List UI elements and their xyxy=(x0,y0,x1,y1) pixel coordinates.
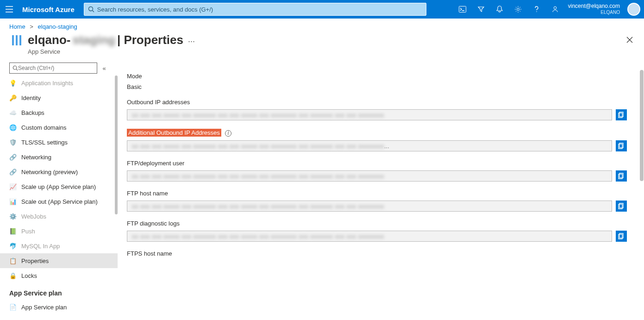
global-search[interactable] xyxy=(84,3,426,16)
svg-rect-6 xyxy=(12,35,14,45)
sidebar-item-backups[interactable]: ☁️Backups xyxy=(0,105,118,120)
readonly-value[interactable]: xx xxx xxx xxxxx xxx xxxxxxx xxx xxx xxx… xyxy=(127,201,612,212)
cloud-shell-button[interactable] xyxy=(453,0,472,19)
page-title-suffix: | Properties xyxy=(117,33,183,47)
copy-button[interactable] xyxy=(616,201,627,212)
account-email: vincent@elqano.com xyxy=(568,3,620,9)
close-button[interactable] xyxy=(625,33,635,47)
sidebar-item-icon: 🐬 xyxy=(9,242,17,250)
svg-line-1 xyxy=(92,11,94,13)
sidebar-menu: 💡Application Insights🔑Identity☁️Backups🌐… xyxy=(0,75,118,320)
field-row: xx xxx xxx xxxxx xxx xxxxxxx xxx xxx xxx… xyxy=(127,231,627,242)
breadcrumb-home[interactable]: Home xyxy=(9,23,25,30)
hamburger-menu[interactable] xyxy=(0,0,19,19)
search-icon xyxy=(88,6,94,13)
sidebar-item-scale-out-app-service-plan-[interactable]: 📊Scale out (App Service plan) xyxy=(0,194,118,209)
hamburger-icon xyxy=(6,6,13,13)
sidebar-scrollbar[interactable] xyxy=(114,75,118,320)
field-label: FTP diagnostic logs xyxy=(127,220,627,227)
notifications-button[interactable] xyxy=(490,0,509,19)
sidebar: « 💡Application Insights🔑Identity☁️Backup… xyxy=(0,61,118,320)
field-label: Outbound IP addresses xyxy=(127,99,627,106)
sidebar-item-icon: 💡 xyxy=(9,79,17,87)
sidebar-item-label: Scale up (App Service plan) xyxy=(21,183,96,190)
field-row: xx xxx xxx xxxxx xxx xxxxxxx xxx xxx xxx… xyxy=(127,170,627,182)
sidebar-item-label: TLS/SSL settings xyxy=(21,139,68,146)
sidebar-item-label: MySQL In App xyxy=(21,243,60,250)
copy-button[interactable] xyxy=(616,140,627,151)
sidebar-item-label: App Service plan xyxy=(21,304,67,311)
field-row: xx xxx xxx xxxxx xxx xxxxxxx xxx xxx xxx… xyxy=(127,201,627,212)
sidebar-search[interactable] xyxy=(9,63,97,74)
sidebar-item-properties[interactable]: 📋Properties xyxy=(0,253,118,268)
readonly-value[interactable]: xx xxx xxx xxxxx xxx xxxxxxx xxx xxx xxx… xyxy=(127,109,612,120)
avatar[interactable] xyxy=(627,3,640,16)
sidebar-item-push[interactable]: 📗Push xyxy=(0,224,118,238)
sidebar-item-icon: 🔗 xyxy=(9,153,17,161)
sidebar-item-webjobs[interactable]: ⚙️WebJobs xyxy=(0,209,118,224)
sidebar-item-app-service-plan[interactable]: 📄App Service plan xyxy=(0,300,118,314)
field-label: FTP host name xyxy=(127,190,627,197)
global-search-wrap xyxy=(84,3,426,16)
sidebar-item-application-insights[interactable]: 💡Application Insights xyxy=(0,75,118,90)
settings-button[interactable] xyxy=(509,0,527,19)
directory-filter-button[interactable] xyxy=(472,0,490,19)
readonly-value[interactable]: xx xxx xxx xxxxx xxx xxxxxxx xxx xxx xxx… xyxy=(127,140,612,151)
scrollbar-thumb[interactable] xyxy=(640,70,644,181)
copy-button[interactable] xyxy=(616,170,627,182)
content: Mode Basic Outbound IP addressesxx xxx x… xyxy=(118,61,644,320)
sidebar-item-label: Application Insights xyxy=(21,80,73,87)
breadcrumb-current[interactable]: elqano-staging xyxy=(38,23,77,30)
sidebar-item-custom-domains[interactable]: 🌐Custom domains xyxy=(0,120,118,135)
svg-point-3 xyxy=(517,8,519,11)
page-header-text: elqano-staging | Properties App Service xyxy=(28,33,183,55)
field-label: FTPS host name xyxy=(127,250,627,257)
more-actions-button[interactable]: ... xyxy=(188,33,195,44)
global-search-input[interactable] xyxy=(97,6,422,13)
sidebar-item-label: Scale out (App Service plan) xyxy=(21,198,98,205)
sidebar-item-mysql-in-app[interactable]: 🐬MySQL In App xyxy=(0,238,118,253)
sidebar-item-locks[interactable]: 🔒Locks xyxy=(0,268,118,283)
feedback-button[interactable] xyxy=(546,0,564,19)
sidebar-item-icon: ⚙️ xyxy=(9,213,17,220)
sidebar-item-identity[interactable]: 🔑Identity xyxy=(0,90,118,105)
sidebar-search-input[interactable] xyxy=(18,65,94,71)
sidebar-item-label: Locks xyxy=(21,272,37,279)
sidebar-item-icon: 📄 xyxy=(9,303,17,311)
layout: « 💡Application Insights🔑Identity☁️Backup… xyxy=(0,61,644,320)
sidebar-item-icon: 📊 xyxy=(9,198,17,205)
sidebar-item-icon: 🛡️ xyxy=(9,138,17,146)
mode-label: Mode xyxy=(127,73,627,80)
sidebar-item-icon: 📗 xyxy=(9,227,17,235)
info-icon[interactable]: i xyxy=(225,130,231,137)
copy-button[interactable] xyxy=(616,231,627,242)
help-button[interactable] xyxy=(527,0,546,19)
app-service-icon xyxy=(9,33,24,48)
sidebar-item-tls-ssl-settings[interactable]: 🛡️TLS/SSL settings xyxy=(0,135,118,150)
breadcrumb-separator: > xyxy=(30,23,33,30)
sidebar-section-heading: App Service plan xyxy=(0,283,118,300)
sidebar-item-icon: 🔒 xyxy=(9,272,17,279)
readonly-value[interactable]: xx xxx xxx xxxxx xxx xxxxxxx xxx xxx xxx… xyxy=(127,231,612,242)
sidebar-item-icon: 🔑 xyxy=(9,94,17,101)
sidebar-item-label: WebJobs xyxy=(21,213,46,220)
page-title: elqano-staging | Properties xyxy=(28,33,183,47)
collapse-sidebar-button[interactable]: « xyxy=(100,65,108,72)
page-subtitle: App Service xyxy=(28,48,183,55)
search-icon xyxy=(13,65,18,71)
readonly-value[interactable]: xx xxx xxx xxxxx xxx xxxxxxx xxx xxx xxx… xyxy=(127,170,612,182)
account-info[interactable]: vincent@elqano.com ELQANO xyxy=(564,3,624,16)
sidebar-item-networking[interactable]: 🔗Networking xyxy=(0,150,118,164)
field-row: xx xxx xxx xxxxx xxx xxxxxxx xxx xxx xxx… xyxy=(127,109,627,120)
svg-point-0 xyxy=(88,7,93,11)
top-actions: vincent@elqano.com ELQANO xyxy=(453,0,644,19)
topbar: Microsoft Azure vincent@elqano.com ELQAN… xyxy=(0,0,644,19)
content-scrollbar[interactable] xyxy=(639,61,644,320)
sidebar-item-scale-up-app-service-plan-[interactable]: 📈Scale up (App Service plan) xyxy=(0,179,118,194)
sidebar-item-networking-preview-[interactable]: 🔗Networking (preview) xyxy=(0,164,118,179)
svg-point-5 xyxy=(554,6,556,9)
copy-button[interactable] xyxy=(616,109,627,120)
sidebar-item-label: Networking (preview) xyxy=(21,169,78,176)
field-label: Additional Outbound IP Addresses xyxy=(127,129,221,137)
sidebar-item-icon: 📈 xyxy=(9,183,17,190)
